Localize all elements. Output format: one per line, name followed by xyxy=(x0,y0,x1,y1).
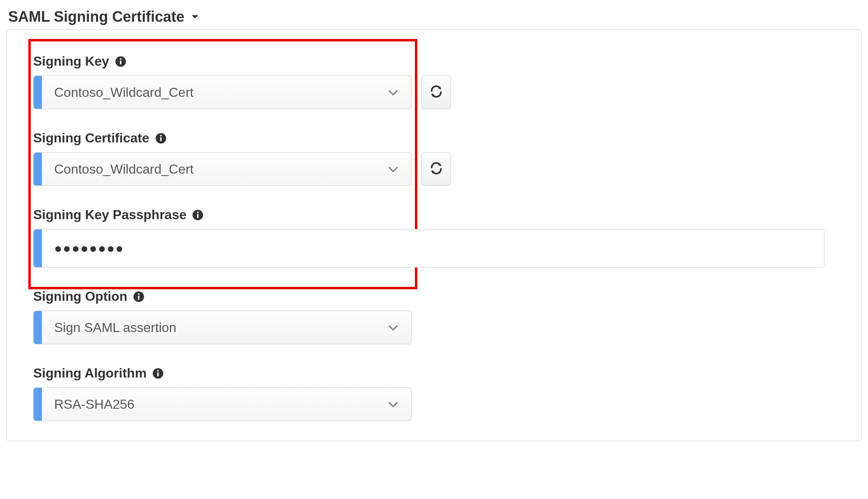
label-text-signing-algorithm: Signing Algorithm xyxy=(33,366,147,381)
label-signing-key-passphrase: Signing Key Passphrase xyxy=(33,207,840,222)
svg-rect-11 xyxy=(138,293,140,295)
chevron-down-icon xyxy=(387,163,399,175)
info-icon[interactable] xyxy=(115,56,126,67)
chevron-down-icon xyxy=(387,87,399,98)
blue-indicator xyxy=(34,76,42,109)
label-text-signing-certificate: Signing Certificate xyxy=(33,130,149,146)
blue-indicator xyxy=(34,311,42,344)
svg-rect-2 xyxy=(120,58,121,60)
svg-rect-14 xyxy=(157,370,159,371)
info-icon[interactable] xyxy=(155,133,167,144)
select-signing-algorithm[interactable]: RSA-SHA256 xyxy=(33,387,412,421)
refresh-icon xyxy=(429,161,443,177)
input-signing-key-passphrase[interactable]: ●●●●●●●● xyxy=(33,229,824,268)
svg-rect-4 xyxy=(160,137,162,141)
field-signing-option: Signing Option Sign SAML assertion xyxy=(33,289,840,344)
svg-rect-10 xyxy=(138,295,140,299)
refresh-icon xyxy=(429,85,443,100)
input-value-signing-key-passphrase: ●●●●●●●● xyxy=(54,241,124,256)
blue-indicator xyxy=(34,388,42,421)
label-signing-certificate: Signing Certificate xyxy=(33,130,840,146)
chevron-down-icon xyxy=(387,322,399,333)
label-signing-algorithm: Signing Algorithm xyxy=(33,366,840,381)
caret-down-icon xyxy=(190,8,200,25)
info-icon[interactable] xyxy=(192,209,204,221)
svg-rect-13 xyxy=(157,372,159,376)
svg-rect-1 xyxy=(120,60,121,64)
field-signing-algorithm: Signing Algorithm RSA-SHA256 xyxy=(33,366,840,421)
svg-rect-8 xyxy=(197,211,199,213)
chevron-down-icon xyxy=(387,398,399,410)
field-signing-key: Signing Key Contoso_Wildcard_Cert xyxy=(33,54,840,109)
section-panel: Signing Key Contoso_Wildcard_Cert xyxy=(7,30,861,441)
select-signing-key[interactable]: Contoso_Wildcard_Cert xyxy=(33,76,412,109)
label-text-signing-key: Signing Key xyxy=(33,54,109,69)
refresh-signing-certificate-button[interactable] xyxy=(421,152,451,186)
section-title: SAML Signing Certificate xyxy=(8,8,184,25)
label-signing-option: Signing Option xyxy=(33,289,840,304)
label-text-signing-option: Signing Option xyxy=(33,289,127,304)
select-value-signing-option: Sign SAML assertion xyxy=(54,320,176,335)
blue-indicator xyxy=(34,229,42,267)
label-signing-key: Signing Key xyxy=(33,54,840,69)
field-signing-key-passphrase: Signing Key Passphrase ●●●●●●●● xyxy=(33,207,840,268)
blue-indicator xyxy=(34,153,42,185)
refresh-signing-key-button[interactable] xyxy=(421,76,451,109)
field-signing-certificate: Signing Certificate Contoso_Wildcard_Cer… xyxy=(33,130,840,186)
section-header[interactable]: SAML Signing Certificate xyxy=(7,8,861,25)
info-icon[interactable] xyxy=(133,291,144,302)
select-signing-certificate[interactable]: Contoso_Wildcard_Cert xyxy=(33,152,412,186)
select-value-signing-key: Contoso_Wildcard_Cert xyxy=(54,85,194,100)
label-text-signing-key-passphrase: Signing Key Passphrase xyxy=(33,207,186,222)
select-value-signing-algorithm: RSA-SHA256 xyxy=(54,397,135,412)
select-value-signing-certificate: Contoso_Wildcard_Cert xyxy=(54,162,194,177)
svg-rect-5 xyxy=(160,135,162,136)
svg-rect-7 xyxy=(197,214,199,217)
info-icon[interactable] xyxy=(152,368,164,379)
select-signing-option[interactable]: Sign SAML assertion xyxy=(33,311,412,344)
